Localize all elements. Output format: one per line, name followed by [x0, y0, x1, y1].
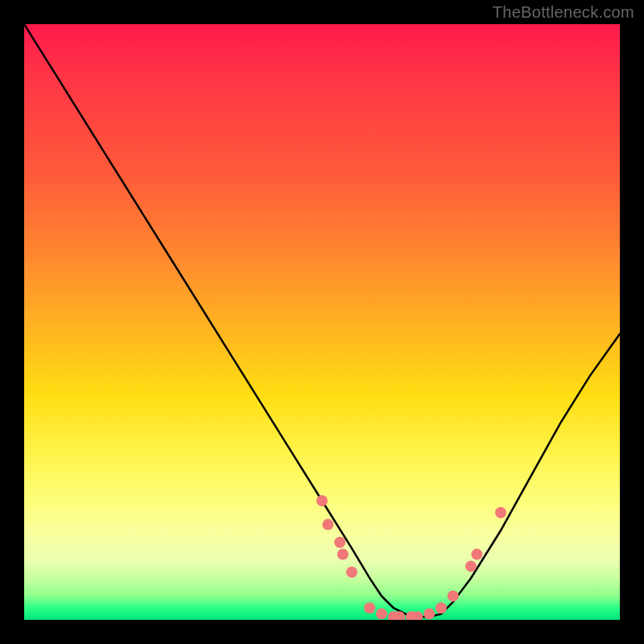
watermark-label: TheBottleneck.com	[493, 3, 634, 22]
curve-line	[24, 24, 620, 617]
data-point	[364, 602, 375, 613]
data-point	[471, 549, 482, 560]
data-point	[448, 590, 459, 601]
plot-area	[24, 24, 620, 620]
data-point	[423, 609, 435, 620]
data-point	[465, 560, 477, 572]
data-point	[376, 609, 387, 620]
data-point	[495, 507, 506, 518]
data-point	[346, 567, 357, 578]
data-point	[316, 495, 328, 506]
chart-svg	[24, 24, 620, 620]
data-markers	[316, 495, 506, 620]
chart-stage: TheBottleneck.com	[0, 0, 644, 644]
data-point	[334, 537, 345, 548]
data-point	[322, 519, 333, 530]
data-point	[337, 549, 349, 560]
data-point	[436, 602, 447, 613]
